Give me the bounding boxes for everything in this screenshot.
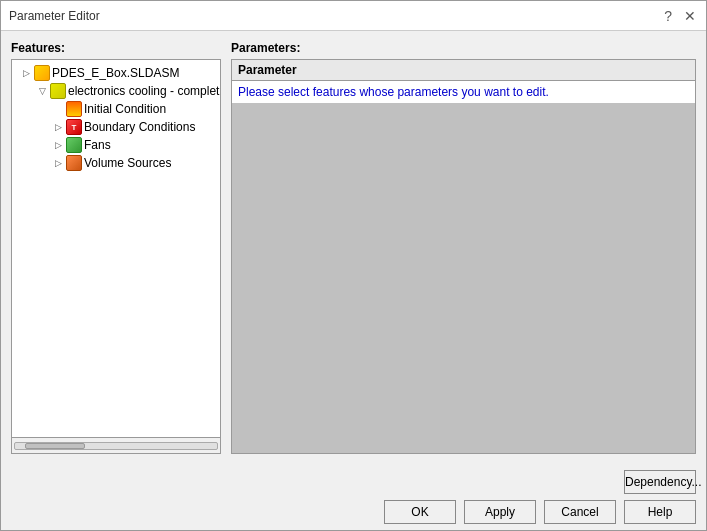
help-button[interactable]: Help (624, 500, 696, 524)
tree-scrollbar[interactable] (11, 438, 221, 454)
tree-item-fans[interactable]: ▷ Fans (12, 136, 220, 154)
expand-icon-vol[interactable]: ▷ (52, 157, 64, 169)
bottom-area: Dependency... OK Apply Cancel Help (1, 464, 706, 530)
right-panel: Parameters: Parameter Please select feat… (231, 41, 696, 454)
parameter-editor-dialog: Parameter Editor ? ✕ Features: ▷ PDES_E_… (0, 0, 707, 531)
sim-icon (50, 83, 66, 99)
features-tree: ▷ PDES_E_Box.SLDASM ▽ electronics coolin… (11, 59, 221, 438)
features-label: Features: (11, 41, 221, 55)
tree-label-root: PDES_E_Box.SLDASM (52, 66, 179, 80)
title-bar: Parameter Editor ? ✕ (1, 1, 706, 31)
tree-label-bc: Boundary Conditions (84, 120, 195, 134)
title-bar-controls: ? ✕ (662, 9, 698, 23)
boundary-conditions-icon: T (66, 119, 82, 135)
tree-item-root[interactable]: ▷ PDES_E_Box.SLDASM (12, 64, 220, 82)
tree-item-bc[interactable]: ▷ T Boundary Conditions (12, 118, 220, 136)
tree-label-sim: electronics cooling - complete (68, 84, 221, 98)
tree-label-initial: Initial Condition (84, 102, 166, 116)
parameters-notice: Please select features whose parameters … (232, 81, 695, 104)
expand-icon-sim[interactable]: ▽ (36, 85, 48, 97)
buttons-row: OK Apply Cancel Help (11, 500, 696, 524)
parameters-table-container: Parameter Please select features whose p… (231, 59, 696, 454)
expand-icon-fans[interactable]: ▷ (52, 139, 64, 151)
parameters-table: Parameter Please select features whose p… (232, 60, 695, 103)
cancel-button[interactable]: Cancel (544, 500, 616, 524)
tree-label-vol: Volume Sources (84, 156, 171, 170)
expand-icon-bc[interactable]: ▷ (52, 121, 64, 133)
dialog-title: Parameter Editor (9, 9, 100, 23)
scrollbar-track[interactable] (14, 442, 218, 450)
fans-icon (66, 137, 82, 153)
tree-label-fans: Fans (84, 138, 111, 152)
scrollbar-thumb[interactable] (25, 443, 85, 449)
tree-item-sim[interactable]: ▽ electronics cooling - complete (12, 82, 220, 100)
apply-button[interactable]: Apply (464, 500, 536, 524)
ok-button[interactable]: OK (384, 500, 456, 524)
expand-icon-root[interactable]: ▷ (20, 67, 32, 79)
tree-item-vol[interactable]: ▷ Volume Sources (12, 154, 220, 172)
parameter-column-header: Parameter (232, 60, 695, 81)
dependency-button[interactable]: Dependency... (624, 470, 696, 494)
assembly-icon (34, 65, 50, 81)
help-icon-button[interactable]: ? (662, 9, 674, 23)
content-area: Features: ▷ PDES_E_Box.SLDASM ▽ elec (1, 31, 706, 464)
parameters-notice-row: Please select features whose parameters … (232, 81, 695, 104)
parameters-label: Parameters: (231, 41, 696, 55)
close-button[interactable]: ✕ (682, 9, 698, 23)
dependency-row: Dependency... (11, 470, 696, 494)
left-panel: Features: ▷ PDES_E_Box.SLDASM ▽ elec (11, 41, 221, 454)
tree-item-initial[interactable]: ▷ Initial Condition (12, 100, 220, 118)
initial-condition-icon (66, 101, 82, 117)
volume-sources-icon (66, 155, 82, 171)
